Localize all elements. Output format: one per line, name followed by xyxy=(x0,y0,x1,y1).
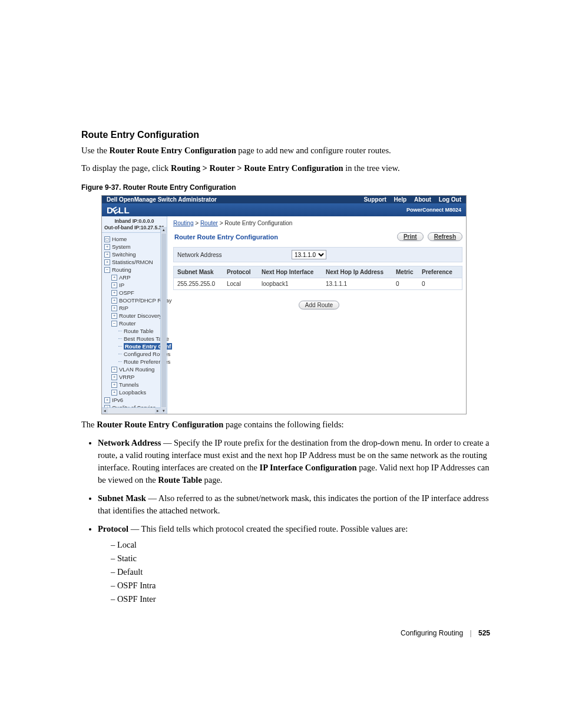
scroll-down-icon[interactable]: ▾ xyxy=(161,408,167,414)
sub-item: Default xyxy=(111,566,491,578)
expand-icon[interactable]: + xyxy=(111,367,117,373)
tree-vrrp[interactable]: +VRRP xyxy=(104,373,166,381)
tree-ip[interactable]: +IP xyxy=(104,281,166,289)
expand-icon[interactable]: + xyxy=(111,374,117,380)
text-bold: Router Route Entry Configuration xyxy=(97,420,223,429)
network-address-select[interactable]: 13.1.1.0 xyxy=(292,250,326,259)
scroll-right-icon[interactable]: ▸ xyxy=(155,408,161,414)
term: Subnet Mask xyxy=(98,493,146,503)
expand-icon[interactable]: + xyxy=(111,382,117,388)
sub-item: Static xyxy=(111,552,491,565)
expand-icon[interactable]: + xyxy=(111,282,117,288)
text: page to add new and configure router rou… xyxy=(236,146,391,155)
tree-label: ARP xyxy=(119,274,131,281)
ip-header: Inband IP:0.0.0.0 Out-of-band IP:10.27.5… xyxy=(102,216,167,233)
scroll-left-icon[interactable]: ◂ xyxy=(102,408,108,414)
tree-tunnels[interactable]: +Tunnels xyxy=(104,381,166,388)
expand-icon[interactable]: + xyxy=(111,290,117,296)
cell-metric: 0 xyxy=(396,281,419,287)
footer-section: Configuring Routing xyxy=(401,629,463,637)
cell-next-hop-interface: loopback1 xyxy=(262,281,323,287)
footer-separator: | xyxy=(470,629,472,637)
section-heading: Route Entry Configuration xyxy=(81,130,491,140)
tree-label: IPv6 xyxy=(112,397,123,403)
table-header-row: Subnet Mask Protocol Next Hop Interface … xyxy=(173,266,462,278)
tree-label: Home xyxy=(112,236,127,242)
breadcrumb: Routing > Router > Route Entry Configura… xyxy=(167,216,468,228)
refresh-button[interactable]: Refresh xyxy=(428,232,462,241)
tree-ipv6[interactable]: +IPv6 xyxy=(104,396,166,404)
tree-label: IP xyxy=(119,282,124,288)
tree-configured-routes[interactable]: Configured Routes xyxy=(104,350,166,358)
tree-router[interactable]: −Router xyxy=(104,319,166,327)
text: To display the page, click xyxy=(81,163,171,173)
oob-ip: Out-of-band IP:10.27.5.31 xyxy=(103,225,166,231)
dash: — xyxy=(128,524,141,533)
crumb-router[interactable]: Router xyxy=(200,220,218,226)
crumb-routing[interactable]: Routing xyxy=(173,220,193,226)
expand-icon[interactable]: + xyxy=(104,252,110,258)
text: page contains the following fields: xyxy=(223,420,343,429)
scroll-up-icon[interactable]: ▴ xyxy=(161,227,167,233)
tree-bootp[interactable]: +BOOTP/DHCP Relay xyxy=(104,297,166,304)
tree-arp[interactable]: +ARP xyxy=(104,274,166,281)
tree-label: RIP xyxy=(119,305,128,311)
protocol-values: Local Static Default OSPF Intra OSPF Int… xyxy=(111,539,491,605)
inband-ip: Inband IP:0.0.0.0 xyxy=(103,218,166,225)
tree-switching[interactable]: +Switching xyxy=(104,251,166,258)
product-name: PowerConnect M8024 xyxy=(406,207,461,213)
tree-label: Tunnels xyxy=(119,381,138,388)
tree-route-entry-conf[interactable]: Route Entry Conf xyxy=(104,342,166,350)
tree-label: System xyxy=(112,243,131,250)
dash: — xyxy=(146,493,158,503)
col-next-hop-interface: Next Hop Interface xyxy=(262,269,323,275)
collapse-icon[interactable]: − xyxy=(111,321,117,327)
expand-icon[interactable]: + xyxy=(111,298,117,304)
text-bold: Routing > Router > Route Entry Configura… xyxy=(171,163,343,173)
expand-icon[interactable]: + xyxy=(104,397,110,403)
collapse-icon[interactable]: − xyxy=(104,267,110,273)
tree-stats[interactable]: +Statistics/RMON xyxy=(104,258,166,266)
body-paragraph: The Router Route Entry Configuration pag… xyxy=(81,419,491,431)
tree-route-table[interactable]: Route Table xyxy=(104,327,166,335)
sidebar: Inband IP:0.0.0.0 Out-of-band IP:10.27.5… xyxy=(102,216,167,414)
tree-label: VLAN Routing xyxy=(119,366,154,373)
nav-about[interactable]: About xyxy=(414,196,431,203)
scrollbar-thumb[interactable] xyxy=(161,233,166,407)
expand-icon[interactable]: + xyxy=(111,275,117,281)
tree-home[interactable]: ▭Home xyxy=(104,235,166,243)
tree-route-preferences[interactable]: Route Preferences xyxy=(104,358,166,365)
expand-icon[interactable]: + xyxy=(111,305,117,311)
nav-logout[interactable]: Log Out xyxy=(439,196,461,203)
vertical-scrollbar[interactable]: ▴ ▾ xyxy=(160,227,167,414)
col-subnet-mask: Subnet Mask xyxy=(177,269,224,275)
dell-logo-icon: DELL xyxy=(107,205,130,215)
cell-subnet-mask: 255.255.255.0 xyxy=(177,281,224,287)
col-protocol: Protocol xyxy=(227,269,259,275)
print-button[interactable]: Print xyxy=(397,232,424,241)
figure-caption: Figure 9-37. Router Route Entry Configur… xyxy=(81,183,491,192)
expand-icon[interactable]: + xyxy=(104,259,110,265)
horizontal-scrollbar[interactable]: ◂ ▸ xyxy=(102,407,161,414)
col-preference: Preference xyxy=(422,269,458,275)
expand-icon[interactable]: + xyxy=(111,390,117,396)
term: Protocol xyxy=(98,524,128,533)
sub-item: OSPF Inter xyxy=(111,593,491,605)
add-route-button[interactable]: Add Route xyxy=(299,301,339,309)
expand-icon[interactable]: + xyxy=(104,244,110,250)
tree-loopbacks[interactable]: +Loopbacks xyxy=(104,388,166,396)
nav-help[interactable]: Help xyxy=(394,196,407,203)
tree-label: Switching xyxy=(112,251,136,258)
tree-best-routes[interactable]: Best Routes Table xyxy=(104,335,166,342)
cell-protocol: Local xyxy=(227,281,259,287)
nav-support[interactable]: Support xyxy=(363,196,386,203)
tree-routing[interactable]: −Routing xyxy=(104,266,166,274)
tree-vlan-routing[interactable]: +VLAN Routing xyxy=(104,365,166,373)
nav-tree: ▭Home +System +Switching +Statistics/RMO… xyxy=(102,233,167,414)
tree-system[interactable]: +System xyxy=(104,243,166,251)
window-titlebar: Dell OpenManage Switch Administrator Sup… xyxy=(102,196,466,203)
expand-icon[interactable]: + xyxy=(111,313,117,319)
tree-rip[interactable]: +RIP xyxy=(104,304,166,312)
tree-ospf[interactable]: +OSPF xyxy=(104,289,166,297)
tree-rdisc[interactable]: +Router Discovery xyxy=(104,312,166,319)
